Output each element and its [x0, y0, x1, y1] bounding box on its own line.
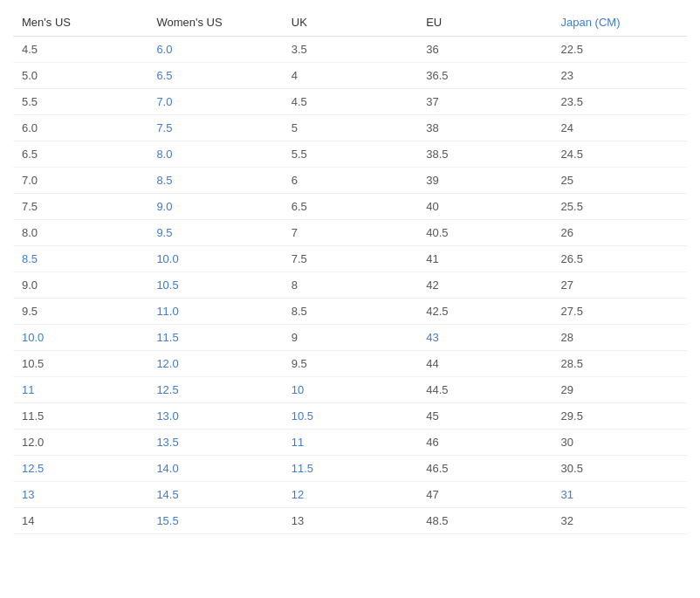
cell-eu: 38	[417, 115, 552, 141]
cell-eu: 48.5	[417, 508, 552, 534]
cell-eu: 36	[417, 37, 552, 63]
cell-uk: 10	[283, 377, 417, 403]
cell-mens: 7.0	[13, 168, 148, 194]
cell-mens: 4.5	[13, 37, 148, 63]
cell-uk: 11.5	[283, 456, 417, 482]
cell-uk: 10.5	[283, 403, 417, 430]
header-row: Men's US Women's US UK EU Japan (CM)	[13, 9, 687, 37]
cell-japan: 25.5	[552, 194, 687, 220]
cell-womens: 8.0	[148, 141, 282, 168]
cell-mens: 9.5	[13, 299, 148, 325]
size-chart-table: Men's US Women's US UK EU Japan (CM) 4.5…	[13, 9, 687, 534]
cell-mens: 11.5	[13, 403, 148, 430]
cell-eu: 47	[417, 482, 552, 508]
cell-eu: 36.5	[417, 63, 552, 89]
cell-japan: 26	[552, 220, 687, 246]
cell-mens: 6.5	[13, 141, 148, 168]
cell-uk: 13	[283, 508, 417, 534]
cell-eu: 41	[417, 246, 552, 272]
cell-womens: 9.0	[148, 194, 282, 220]
cell-womens: 6.0	[148, 37, 282, 63]
cell-japan: 23	[552, 63, 687, 89]
table-row: 1112.51044.529	[13, 377, 687, 403]
cell-mens: 13	[13, 482, 148, 508]
cell-eu: 46	[417, 430, 552, 456]
table-row: 5.06.5436.523	[13, 63, 687, 89]
cell-eu: 46.5	[417, 456, 552, 482]
table-row: 6.58.05.538.524.5	[13, 141, 687, 168]
cell-womens: 12.5	[148, 377, 282, 403]
cell-eu: 40.5	[417, 220, 552, 246]
cell-womens: 12.0	[148, 351, 282, 377]
cell-uk: 8	[283, 272, 417, 299]
cell-uk: 6.5	[283, 194, 417, 220]
cell-japan: 24.5	[552, 141, 687, 168]
cell-womens: 15.5	[148, 508, 282, 534]
cell-mens: 5.5	[13, 89, 148, 115]
cell-womens: 11.5	[148, 325, 282, 351]
cell-mens: 12.0	[13, 430, 148, 456]
header-eu: EU	[417, 9, 552, 37]
table-row: 10.011.594328	[13, 325, 687, 351]
table-row: 4.56.03.53622.5	[13, 37, 687, 63]
cell-womens: 14.5	[148, 482, 282, 508]
cell-uk: 12	[283, 482, 417, 508]
cell-japan: 28.5	[552, 351, 687, 377]
cell-japan: 22.5	[552, 37, 687, 63]
header-uk: UK	[283, 9, 417, 37]
cell-eu: 44	[417, 351, 552, 377]
cell-eu: 45	[417, 403, 552, 430]
cell-womens: 6.5	[148, 63, 282, 89]
table-row: 5.57.04.53723.5	[13, 89, 687, 115]
cell-womens: 13.0	[148, 403, 282, 430]
table-row: 11.513.010.54529.5	[13, 403, 687, 430]
table-row: 6.07.553824	[13, 115, 687, 141]
cell-mens: 6.0	[13, 115, 148, 141]
cell-eu: 39	[417, 168, 552, 194]
table-row: 12.514.011.546.530.5	[13, 456, 687, 482]
cell-uk: 7	[283, 220, 417, 246]
header-mens: Men's US	[13, 9, 148, 37]
cell-japan: 30	[552, 430, 687, 456]
table-row: 7.08.563925	[13, 168, 687, 194]
cell-japan: 24	[552, 115, 687, 141]
header-womens: Women's US	[148, 9, 282, 37]
cell-eu: 40	[417, 194, 552, 220]
cell-mens: 5.0	[13, 63, 148, 89]
cell-uk: 6	[283, 168, 417, 194]
table-row: 12.013.5114630	[13, 430, 687, 456]
cell-mens: 12.5	[13, 456, 148, 482]
cell-japan: 30.5	[552, 456, 687, 482]
cell-eu: 37	[417, 89, 552, 115]
table-row: 1314.5124731	[13, 482, 687, 508]
cell-womens: 10.5	[148, 272, 282, 299]
header-japan: Japan (CM)	[552, 9, 687, 37]
cell-mens: 9.0	[13, 272, 148, 299]
cell-uk: 5	[283, 115, 417, 141]
cell-uk: 9	[283, 325, 417, 351]
cell-womens: 7.0	[148, 89, 282, 115]
cell-womens: 7.5	[148, 115, 282, 141]
cell-eu: 42.5	[417, 299, 552, 325]
cell-uk: 3.5	[283, 37, 417, 63]
cell-eu: 38.5	[417, 141, 552, 168]
cell-uk: 9.5	[283, 351, 417, 377]
cell-japan: 25	[552, 168, 687, 194]
cell-japan: 29.5	[552, 403, 687, 430]
cell-womens: 14.0	[148, 456, 282, 482]
cell-japan: 29	[552, 377, 687, 403]
cell-uk: 7.5	[283, 246, 417, 272]
cell-uk: 11	[283, 430, 417, 456]
cell-japan: 32	[552, 508, 687, 534]
cell-uk: 4	[283, 63, 417, 89]
table-row: 10.512.09.54428.5	[13, 351, 687, 377]
cell-mens: 8.5	[13, 246, 148, 272]
cell-womens: 13.5	[148, 430, 282, 456]
cell-mens: 7.5	[13, 194, 148, 220]
cell-womens: 9.5	[148, 220, 282, 246]
cell-womens: 10.0	[148, 246, 282, 272]
cell-mens: 8.0	[13, 220, 148, 246]
cell-japan: 31	[552, 482, 687, 508]
cell-mens: 14	[13, 508, 148, 534]
cell-eu: 44.5	[417, 377, 552, 403]
